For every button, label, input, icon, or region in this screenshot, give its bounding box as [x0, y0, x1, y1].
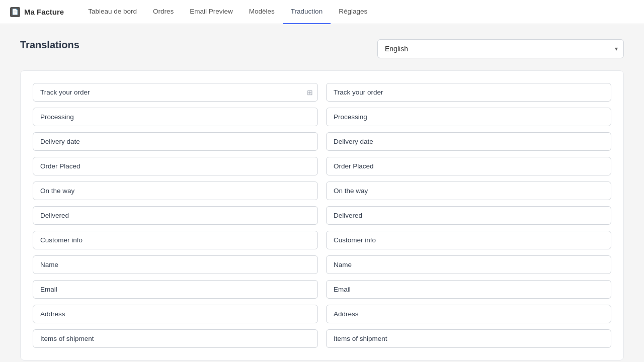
- translation-row-on-the-way: [33, 182, 611, 200]
- left-input-wrapper-track-order: ⊞: [33, 83, 318, 102]
- left-input-track-order[interactable]: [33, 83, 318, 102]
- translations-card: ⊞: [20, 70, 624, 360]
- right-input-wrapper-delivered: [326, 206, 611, 225]
- left-input-wrapper-delivery-date: [33, 132, 318, 151]
- language-select[interactable]: EnglishFrenchSpanishGermanItalian: [377, 39, 624, 58]
- left-input-wrapper-email: [33, 280, 318, 299]
- translation-row-customer-info: [33, 231, 611, 249]
- right-input-wrapper-name: [326, 255, 611, 274]
- left-input-wrapper-on-the-way: [33, 182, 318, 200]
- language-select-wrapper: EnglishFrenchSpanishGermanItalian ▾: [377, 39, 624, 58]
- right-input-wrapper-delivery-date: [326, 132, 611, 151]
- left-input-name[interactable]: [33, 255, 318, 274]
- left-input-wrapper-processing: [33, 108, 318, 126]
- app-header: 📄 Ma Facture Tableau de bordOrdresEmail …: [0, 0, 644, 24]
- app-logo-text: Ma Facture: [24, 8, 64, 16]
- left-input-items-shipment[interactable]: [33, 329, 318, 348]
- translation-row-track-order: ⊞: [33, 83, 611, 102]
- right-input-wrapper-email: [326, 280, 611, 299]
- right-input-wrapper-on-the-way: [326, 182, 611, 200]
- right-input-wrapper-track-order: [326, 83, 611, 102]
- left-input-wrapper-name: [33, 255, 318, 274]
- nav-tab-reglages[interactable]: Réglages: [331, 0, 375, 24]
- page-content: Translations EnglishFrenchSpanishGermanI…: [0, 24, 644, 362]
- left-input-wrapper-address: [33, 305, 318, 323]
- right-input-wrapper-address: [326, 305, 611, 323]
- page-title: Translations: [20, 39, 79, 51]
- translation-row-address: [33, 305, 611, 323]
- left-input-wrapper-items-shipment: [33, 329, 318, 348]
- app-logo: 📄 Ma Facture: [10, 7, 64, 17]
- nav-tabs: Tableau de bordOrdresEmail PreviewModèle…: [80, 0, 375, 24]
- left-input-customer-info[interactable]: [33, 231, 318, 249]
- right-input-order-placed[interactable]: [326, 157, 611, 175]
- translation-row-name: [33, 255, 611, 274]
- nav-tab-tableau[interactable]: Tableau de bord: [80, 0, 145, 24]
- right-input-delivery-date[interactable]: [326, 132, 611, 151]
- left-input-wrapper-order-placed: [33, 157, 318, 175]
- right-input-track-order[interactable]: [326, 83, 611, 102]
- right-input-on-the-way[interactable]: [326, 182, 611, 200]
- right-input-processing[interactable]: [326, 108, 611, 126]
- right-input-wrapper-processing: [326, 108, 611, 126]
- nav-tab-email[interactable]: Email Preview: [182, 0, 241, 24]
- right-input-wrapper-customer-info: [326, 231, 611, 249]
- right-input-items-shipment[interactable]: [326, 329, 611, 348]
- right-input-address[interactable]: [326, 305, 611, 323]
- translation-row-email: [33, 280, 611, 299]
- right-input-email[interactable]: [326, 280, 611, 299]
- page-header: Translations EnglishFrenchSpanishGermanI…: [20, 39, 624, 58]
- translation-row-items-shipment: [33, 329, 611, 348]
- nav-tab-modeles[interactable]: Modèles: [241, 0, 283, 24]
- nav-tab-traduction[interactable]: Traduction: [283, 0, 331, 24]
- right-input-wrapper-order-placed: [326, 157, 611, 175]
- nav-tab-ordres[interactable]: Ordres: [145, 0, 182, 24]
- left-input-wrapper-delivered: [33, 206, 318, 225]
- translation-row-processing: [33, 108, 611, 126]
- left-input-email[interactable]: [33, 280, 318, 299]
- left-input-delivered[interactable]: [33, 206, 318, 225]
- left-input-order-placed[interactable]: [33, 157, 318, 175]
- translation-row-delivery-date: [33, 132, 611, 151]
- translation-row-order-placed: [33, 157, 611, 175]
- right-input-name[interactable]: [326, 255, 611, 274]
- translation-row-delivered: [33, 206, 611, 225]
- left-input-wrapper-customer-info: [33, 231, 318, 249]
- app-logo-icon: 📄: [10, 7, 20, 17]
- left-input-delivery-date[interactable]: [33, 132, 318, 151]
- right-input-wrapper-items-shipment: [326, 329, 611, 348]
- translation-rows: ⊞: [33, 83, 611, 348]
- right-input-delivered[interactable]: [326, 206, 611, 225]
- left-input-address[interactable]: [33, 305, 318, 323]
- left-input-processing[interactable]: [33, 108, 318, 126]
- right-input-customer-info[interactable]: [326, 231, 611, 249]
- left-input-on-the-way[interactable]: [33, 182, 318, 200]
